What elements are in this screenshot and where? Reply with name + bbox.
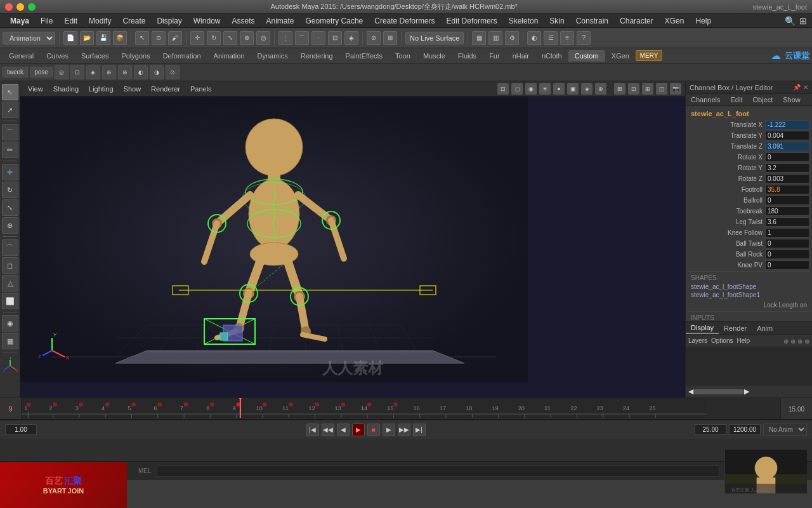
menu-create-deformers[interactable]: Create Deformers — [369, 15, 440, 27]
cb-value-rz[interactable]: 0.003 — [765, 174, 809, 184]
lt-help[interactable]: Help — [737, 337, 750, 344]
live-surface-button[interactable]: No Live Surface — [405, 32, 464, 44]
construction-icon[interactable]: ⊞ — [383, 31, 397, 45]
select-loop-tool[interactable]: ↗ — [2, 102, 18, 118]
tab-animation[interactable]: Animation — [207, 50, 251, 62]
scroll-left-icon[interactable]: ◀ — [688, 387, 693, 396]
lt-icon-2[interactable]: ⊕ — [790, 338, 796, 345]
save-file-icon[interactable]: 💾 — [96, 31, 110, 45]
end-frame-display[interactable]: 15.00 — [780, 398, 812, 420]
cb-value-toebreak[interactable]: 180 — [765, 206, 809, 216]
scroll-handle[interactable] — [693, 389, 744, 394]
dt-tab-anim[interactable]: Anim — [752, 323, 778, 333]
paint-icon[interactable]: 🖌 — [168, 31, 182, 45]
soft-mod-icon[interactable]: ◎ — [256, 31, 270, 45]
tab-custom[interactable]: Custom — [568, 50, 605, 62]
question-icon[interactable]: ? — [577, 31, 591, 45]
tab-painteffects[interactable]: PaintEffects — [339, 50, 390, 62]
end-frame-value[interactable]: 25.00 — [695, 424, 726, 435]
menu-geometry-cache[interactable]: Geometry Cache — [301, 15, 369, 27]
menu-assets[interactable]: Assets — [226, 15, 259, 27]
menu-file[interactable]: File — [36, 15, 58, 27]
select-icon[interactable]: ↖ — [135, 31, 149, 45]
cb-value-kneepv[interactable]: 0 — [765, 260, 809, 270]
show-hide-tool[interactable]: ◉ — [2, 315, 18, 331]
snap-grid-icon[interactable]: ⋮ — [278, 31, 292, 45]
tab-muscle[interactable]: Muscle — [417, 50, 452, 62]
curve-tool[interactable]: ⌒ — [2, 239, 18, 256]
tab-xgen[interactable]: XGen — [605, 50, 636, 62]
snap-view-icon[interactable]: ⊡ — [328, 31, 342, 45]
tool-icon-2[interactable]: ⊡ — [70, 65, 84, 79]
mode-selector[interactable]: Animation — [3, 32, 55, 44]
menu-grid-icon[interactable]: ⊞ — [799, 16, 807, 26]
tab-deformation[interactable]: Deformation — [157, 50, 207, 62]
tool-icon-4[interactable]: ⊕ — [102, 65, 116, 79]
lt-layers[interactable]: Layers — [688, 337, 707, 344]
total-frames-value[interactable]: 1200.00 — [729, 424, 761, 435]
paint-select-tool[interactable]: ✏ — [2, 142, 18, 158]
lasso-icon[interactable]: ⊙ — [152, 31, 166, 45]
menu-edit[interactable]: Edit — [59, 15, 82, 27]
cb-value-ballroll[interactable]: 0 — [765, 196, 809, 205]
scale-tool[interactable]: ⤡ — [2, 199, 18, 216]
stop-btn[interactable]: ■ — [367, 424, 380, 436]
cb-close-icon[interactable]: ✕ — [803, 84, 808, 91]
cb-value-tz[interactable]: 3.091 — [765, 142, 809, 151]
cb-value-kneefollow[interactable]: 1 — [765, 228, 809, 237]
close-button[interactable] — [5, 3, 13, 11]
hypershade-icon[interactable]: ◐ — [527, 31, 541, 45]
play-btn[interactable]: ▶ — [352, 424, 365, 436]
history-icon[interactable]: ⊘ — [367, 31, 381, 45]
step-back-key-btn[interactable]: ◀◀ — [322, 424, 334, 436]
cb-value-legtwist[interactable]: 3.6 — [765, 217, 809, 227]
menu-character[interactable]: Character — [615, 15, 658, 27]
cb-value-ty[interactable]: 0.004 — [765, 131, 809, 140]
tool-icon-3[interactable]: ◈ — [86, 65, 100, 79]
menu-edit-deformers[interactable]: Edit Deformers — [442, 15, 502, 27]
render-settings-icon[interactable]: ⚙ — [505, 31, 519, 45]
mery-button[interactable]: MERY — [636, 50, 663, 61]
tool-icon-5[interactable]: ⊗ — [118, 65, 132, 79]
tab-surfaces[interactable]: Surfaces — [75, 50, 115, 62]
rotate-icon[interactable]: ↻ — [207, 31, 221, 45]
tab-polygons[interactable]: Polygons — [115, 50, 156, 62]
tab-curves[interactable]: Curves — [40, 50, 75, 62]
poly-tool[interactable]: △ — [2, 275, 18, 291]
snap-point-icon[interactable]: · — [311, 31, 325, 45]
cb-tab-show[interactable]: Show — [778, 94, 806, 105]
cb-shape-1[interactable]: stewie_ac_l_footShape — [688, 283, 809, 291]
timeline-ruler[interactable]: 1 2 3 4 5 6 7 8 9 10 11 12 13 14 — [0, 398, 812, 420]
tool-icon-7[interactable]: ◑ — [150, 65, 164, 79]
current-frame-display[interactable]: 9 — [0, 398, 22, 420]
extrude-tool[interactable]: ⬜ — [2, 293, 18, 309]
save-scene-icon[interactable]: 📦 — [113, 31, 127, 45]
tab-fluids[interactable]: Fluids — [452, 50, 483, 62]
lt-icon-4[interactable]: ⊕ — [804, 338, 809, 345]
viewport[interactable]: View Shading Lighting Show Renderer Pane… — [20, 81, 685, 398]
scale-icon[interactable]: ⤡ — [223, 31, 237, 45]
tool-icon-6[interactable]: ◐ — [134, 65, 148, 79]
tab-general[interactable]: General — [3, 50, 40, 62]
lt-options[interactable]: Options — [711, 337, 733, 344]
attribute-icon[interactable]: ≡ — [560, 31, 574, 45]
tool-icon-1[interactable]: ◎ — [55, 65, 69, 79]
menu-modify[interactable]: Modify — [84, 15, 116, 27]
start-frame-value[interactable]: 1.00 — [5, 424, 37, 435]
select-tool[interactable]: ↖ — [2, 84, 18, 100]
step-fwd-frame-btn[interactable]: ▶ — [383, 424, 395, 436]
cb-shape-2[interactable]: stewie_ac_l_footShape1 — [688, 291, 809, 299]
cb-tab-channels[interactable]: Channels — [686, 94, 725, 105]
menu-maya[interactable]: Maya — [5, 15, 34, 27]
snap-curve-icon[interactable]: ⌒ — [295, 31, 309, 45]
step-fwd-key-btn[interactable]: ▶▶ — [398, 424, 410, 436]
lt-icon-3[interactable]: ⊕ — [797, 338, 802, 345]
cb-value-rx[interactable]: 0 — [765, 152, 809, 162]
dt-tab-display[interactable]: Display — [686, 323, 719, 334]
pose-button[interactable]: pose — [30, 67, 53, 77]
menu-display[interactable]: Display — [152, 15, 187, 27]
menu-xgen[interactable]: XGen — [660, 15, 690, 27]
cb-value-balltwist[interactable]: 0 — [765, 239, 809, 248]
open-file-icon[interactable]: 📂 — [80, 31, 94, 45]
rotate-tool[interactable]: ↻ — [2, 182, 18, 198]
